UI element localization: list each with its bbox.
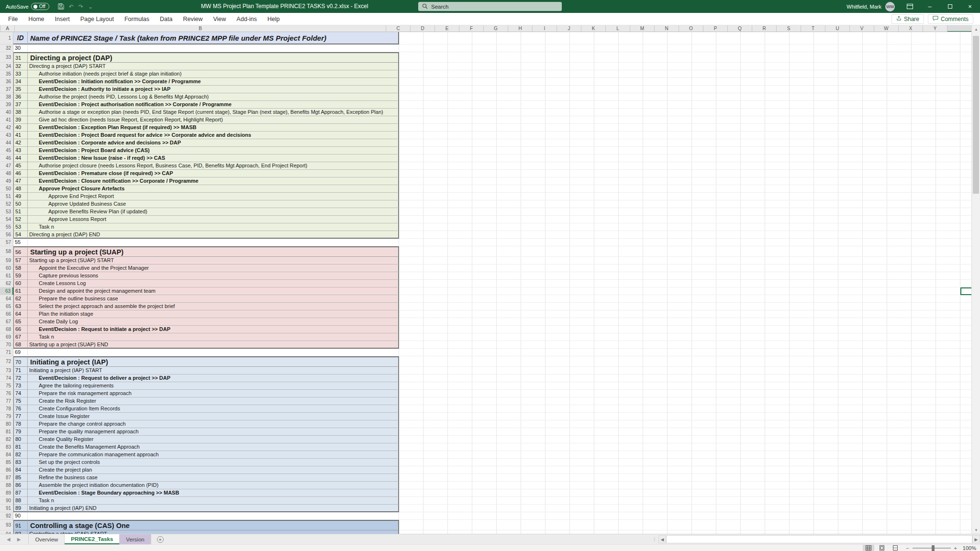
cell-b67[interactable]: Create Daily Log <box>28 318 399 326</box>
row-header-79[interactable]: 79 <box>0 413 13 420</box>
row-header-43[interactable]: 43 <box>0 132 13 139</box>
row-header-69[interactable]: 69 <box>0 333 13 341</box>
cell-b58[interactable]: Starting up a project (SUAP) <box>28 246 399 257</box>
cell-b91[interactable]: Initiating a project (IAP) END <box>28 505 399 512</box>
empty-cells-row-65[interactable] <box>399 303 971 310</box>
cell-a78[interactable]: 76 <box>13 405 28 413</box>
empty-cells-row-52[interactable] <box>399 200 971 208</box>
empty-cells-row-50[interactable] <box>399 185 971 193</box>
row-header-58[interactable]: 58 <box>0 246 13 257</box>
column-header-a[interactable]: A <box>0 25 15 32</box>
cell-a56[interactable]: 54 <box>13 231 28 239</box>
column-header-q[interactable]: Q <box>728 25 752 32</box>
cell-a63[interactable]: 61 <box>13 287 28 295</box>
cell-a57[interactable]: 55 <box>13 239 28 246</box>
zoom-slider-thumb[interactable] <box>932 545 935 551</box>
cell-b36[interactable]: Event/Decision : Initiation notification… <box>28 78 399 86</box>
cell-a52[interactable]: 50 <box>13 200 28 208</box>
empty-cells-row-79[interactable] <box>399 413 971 420</box>
cell-b83[interactable]: Create the Benefits Management Approach <box>28 443 399 451</box>
empty-cells-row-70[interactable] <box>399 341 971 349</box>
row-header-49[interactable]: 49 <box>0 177 13 185</box>
cell-a71[interactable]: 69 <box>13 349 28 356</box>
empty-cells-row-93[interactable] <box>399 520 971 530</box>
tab-splitter-handle[interactable]: ⁞ <box>651 534 658 544</box>
cell-a46[interactable]: 44 <box>13 154 28 162</box>
cell-a47[interactable]: 45 <box>13 162 28 170</box>
horizontal-scrollbar[interactable] <box>666 535 972 543</box>
row-header-70[interactable]: 70 <box>0 341 13 349</box>
ribbon-tab-formulas[interactable]: Formulas <box>119 13 155 25</box>
row-header-75[interactable]: 75 <box>0 382 13 390</box>
cell-a87[interactable]: 85 <box>13 474 28 482</box>
sheet-tab-version[interactable]: Version <box>120 534 151 544</box>
cell-b43[interactable]: Event/Decision : Project Board request f… <box>28 132 399 139</box>
cell-a83[interactable]: 81 <box>13 443 28 451</box>
empty-cells-row-88[interactable] <box>399 482 971 489</box>
cell-b85[interactable]: Set up the project controls <box>28 459 399 466</box>
row-header-34[interactable]: 34 <box>0 63 13 70</box>
cell-a32[interactable]: 30 <box>13 44 28 52</box>
undo-icon[interactable]: ↶ <box>69 3 74 10</box>
cell-a65[interactable]: 63 <box>13 303 28 310</box>
cell-b77[interactable]: Create the Risk Register <box>28 397 399 405</box>
cell-a49[interactable]: 47 <box>13 177 28 185</box>
empty-cells-row-32[interactable] <box>399 44 971 52</box>
cell-a80[interactable]: 78 <box>13 420 28 428</box>
cell-b47[interactable]: Authorise project closure (needs Lessons… <box>28 162 399 170</box>
cell-a50[interactable]: 48 <box>13 185 28 193</box>
cell-b84[interactable]: Prepare the communication management app… <box>28 451 399 459</box>
empty-cells-row-64[interactable] <box>399 295 971 303</box>
empty-cells-row-1[interactable] <box>399 32 971 44</box>
cell-b35[interactable]: Authorise initiation (needs project brie… <box>28 70 399 78</box>
column-header-t[interactable]: T <box>801 25 825 32</box>
cell-a89[interactable]: 87 <box>13 489 28 497</box>
cell-b64[interactable]: Prepare the outline business case <box>28 295 399 303</box>
empty-cells-row-77[interactable] <box>399 397 971 405</box>
empty-cells-row-39[interactable] <box>399 101 971 109</box>
empty-cells-row-91[interactable] <box>399 505 971 512</box>
cell-b33[interactable]: Directing a project (DAP) <box>28 52 399 63</box>
row-header-33[interactable]: 33 <box>0 52 13 63</box>
cell-b42[interactable]: Event/Decision : Exception Plan Request … <box>28 124 399 132</box>
row-header-83[interactable]: 83 <box>0 443 13 451</box>
cell-a33[interactable]: 31 <box>13 52 28 63</box>
cell-a69[interactable]: 67 <box>13 333 28 341</box>
cell-a90[interactable]: 88 <box>13 497 28 505</box>
cell-a53[interactable]: 51 <box>13 208 28 216</box>
cell-b87[interactable]: Refine the business case <box>28 474 399 482</box>
row-header-46[interactable]: 46 <box>0 154 13 162</box>
empty-cells-row-42[interactable] <box>399 124 971 132</box>
cell-a88[interactable]: 86 <box>13 482 28 489</box>
cell-b81[interactable]: Prepare the quality management approach <box>28 428 399 436</box>
row-header-74[interactable]: 74 <box>0 375 13 382</box>
row-header-38[interactable]: 38 <box>0 93 13 101</box>
cell-b82[interactable]: Create Quality Register <box>28 436 399 443</box>
row-header-90[interactable]: 90 <box>0 497 13 505</box>
row-header-35[interactable]: 35 <box>0 70 13 78</box>
row-header-82[interactable]: 82 <box>0 436 13 443</box>
cell-b63[interactable]: Design and appoint the project managemen… <box>28 287 399 295</box>
cell-b44[interactable]: Event/Decision : Corporate advice and de… <box>28 139 399 147</box>
sheet-tab-prince2_tasks[interactable]: PRINCE2_Tasks <box>65 534 120 544</box>
column-header-l[interactable]: L <box>606 25 630 32</box>
row-header-81[interactable]: 81 <box>0 428 13 436</box>
normal-view-icon[interactable] <box>863 545 874 551</box>
zoom-out-icon[interactable]: − <box>906 545 909 551</box>
empty-cells-row-48[interactable] <box>399 170 971 177</box>
column-header-x[interactable]: X <box>899 25 923 32</box>
empty-cells-row-43[interactable] <box>399 132 971 139</box>
select-all-corner[interactable] <box>0 25 0 32</box>
cell-b48[interactable]: Event/Decision : Premature close (if req… <box>28 170 399 177</box>
empty-cells-row-62[interactable] <box>399 280 971 287</box>
cell-b37[interactable]: Event/Decision : Authority to initiate a… <box>28 86 399 93</box>
column-header-m[interactable]: M <box>630 25 655 32</box>
cell-a68[interactable]: 66 <box>13 326 28 333</box>
row-header-78[interactable]: 78 <box>0 405 13 413</box>
empty-cells-row-73[interactable] <box>399 367 971 375</box>
redo-icon[interactable]: ↷ <box>78 3 83 10</box>
empty-cells-row-53[interactable] <box>399 208 971 216</box>
row-header-87[interactable]: 87 <box>0 474 13 482</box>
zoom-in-icon[interactable]: + <box>954 545 957 551</box>
ribbon-tab-data[interactable]: Data <box>155 13 178 25</box>
